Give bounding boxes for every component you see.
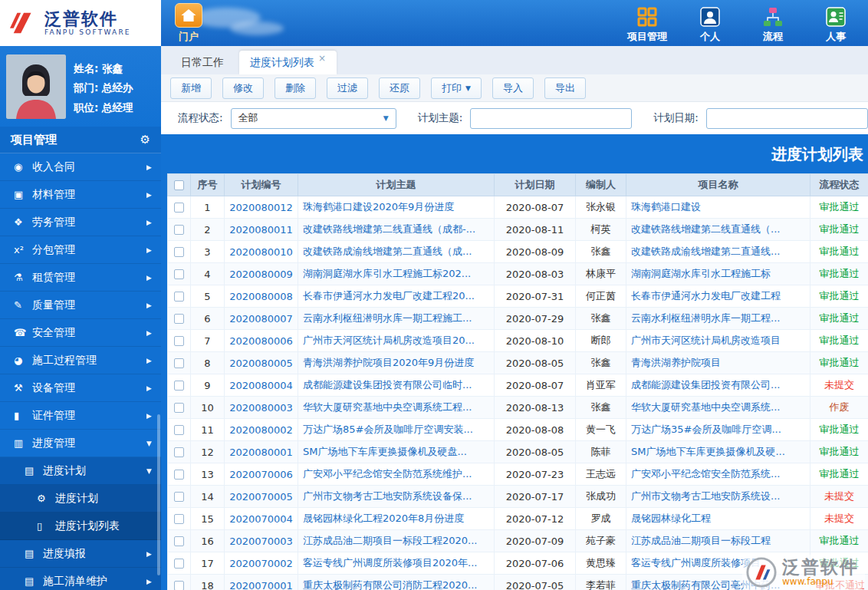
- row-checkbox[interactable]: [174, 225, 184, 235]
- row-checkbox[interactable]: [174, 247, 184, 257]
- table-row[interactable]: 2 2020080011 改建铁路线增建第二线直通线（成都-... 2020-0…: [168, 219, 868, 241]
- sidebar-menu-item[interactable]: ▤ 进度计划 ▼: [0, 457, 161, 485]
- row-checkbox[interactable]: [174, 269, 184, 279]
- table-row[interactable]: 5 2020080008 长春市伊通河水力发电厂改建工程20... 2020-0…: [168, 285, 868, 308]
- plan-code-link[interactable]: 2020070005: [225, 486, 298, 508]
- row-checkbox[interactable]: [174, 358, 184, 368]
- project-name-link[interactable]: 重庆太极制药有限公司亳州中药...: [626, 575, 810, 590]
- plan-topic-link[interactable]: 云南水利枢纽潜明水库一期工程施工...: [298, 308, 495, 330]
- plan-code-link[interactable]: 2020080004: [225, 374, 298, 397]
- sidebar-menu-item[interactable]: ▤ 施工清单维护 ▶: [0, 568, 161, 590]
- plan-code-link[interactable]: 2020080006: [225, 330, 298, 352]
- sidebar-menu-item[interactable]: ❖ 劳务管理 ▶: [0, 209, 161, 236]
- table-row[interactable]: 1 2020080012 珠海鹤港口建设2020年9月份进度 2020-08-0…: [168, 196, 868, 219]
- plan-topic-link[interactable]: 改建铁路成渝线增建第二直通线（成...: [298, 241, 495, 263]
- plan-code-link[interactable]: 2020080007: [225, 308, 298, 330]
- project-name-link[interactable]: 改建铁路成渝线增建第二直通线...: [626, 241, 810, 263]
- table-row[interactable]: 15 2020070004 晟铭园林绿化工程2020年8月份进度 2020-07…: [168, 508, 868, 530]
- column-header[interactable]: 计划主题: [298, 174, 495, 196]
- plan-topic-link[interactable]: 广安邓小平纪念馆安全防范系统维护...: [298, 463, 495, 486]
- portal-nav-item[interactable]: 门户: [170, 3, 207, 44]
- status-filter-select[interactable]: 全部 ▼: [231, 108, 396, 129]
- sidebar-menu-item[interactable]: x² 分包管理 ▶: [0, 236, 161, 264]
- gear-icon[interactable]: ⚙: [140, 133, 150, 147]
- table-row[interactable]: 6 2020080007 云南水利枢纽潜明水库一期工程施工... 2020-07…: [168, 308, 868, 330]
- plan-code-link[interactable]: 2020070004: [225, 508, 298, 530]
- plan-topic-link[interactable]: 万达广场85#会所及咖啡厅空调安装...: [298, 419, 495, 441]
- plan-topic-link[interactable]: 青海洪湖养护院项目2020年9月份进度: [298, 352, 495, 374]
- sidebar-menu-item[interactable]: ▯ 进度计划列表: [0, 513, 161, 540]
- tab[interactable]: 进度计划列表×: [239, 51, 337, 74]
- plan-topic-link[interactable]: 广州市文物考古工地安防系统设备保...: [298, 486, 495, 508]
- toolbar-button[interactable]: 打印 ▼: [431, 77, 482, 99]
- row-checkbox[interactable]: [174, 425, 184, 435]
- row-checkbox[interactable]: [174, 559, 184, 569]
- table-row[interactable]: 10 2020080003 华软大厦研究基地中央空调系统工程... 2020-0…: [168, 397, 868, 419]
- plan-code-link[interactable]: 2020080011: [225, 219, 298, 241]
- plan-topic-link[interactable]: 广州市天河区统计局机房改造项目20...: [298, 330, 495, 352]
- sidebar-menu-item[interactable]: ▣ 材料管理 ▶: [0, 181, 161, 209]
- column-header[interactable]: 序号: [191, 174, 225, 196]
- plan-code-link[interactable]: 2020080009: [225, 263, 298, 285]
- project-name-link[interactable]: 客运专线广州调度所装修项目: [626, 552, 810, 575]
- sidebar-menu-item[interactable]: ▥ 进度管理 ▼: [0, 430, 161, 457]
- project-name-link[interactable]: 广安邓小平纪念馆安全防范系统...: [626, 463, 810, 486]
- plan-code-link[interactable]: 2020080002: [225, 419, 298, 441]
- topic-filter-input[interactable]: [470, 108, 632, 129]
- project-name-link[interactable]: 湖南洞庭湖水库引水工程施工标: [626, 263, 810, 285]
- table-row[interactable]: 13 2020070006 广安邓小平纪念馆安全防范系统维护... 2020-0…: [168, 463, 868, 486]
- nav-item-personal[interactable]: 个人: [687, 5, 733, 44]
- sidebar-menu-item[interactable]: ⚗ 租赁管理 ▶: [0, 264, 161, 292]
- plan-topic-link[interactable]: 客运专线广州调度所装修项目2020年...: [298, 552, 495, 575]
- table-row[interactable]: 8 2020080005 青海洪湖养护院项目2020年9月份进度 2020-08…: [168, 352, 868, 374]
- date-filter-input[interactable]: [706, 108, 868, 129]
- plan-topic-link[interactable]: SM广场地下车库更换摄像机及硬盘...: [298, 441, 495, 463]
- column-header[interactable]: 编制人: [576, 174, 626, 196]
- plan-topic-link[interactable]: 江苏成品油二期项目一标段工程2020...: [298, 530, 495, 552]
- table-row[interactable]: 3 2020080010 改建铁路成渝线增建第二直通线（成... 2020-08…: [168, 241, 868, 263]
- project-name-link[interactable]: 珠海鹤港口建设: [626, 196, 810, 219]
- sidebar-menu-item[interactable]: ◕ 施工过程管理 ▶: [0, 347, 161, 374]
- sidebar-menu-item[interactable]: ▤ 进度填报 ▶: [0, 540, 161, 568]
- toolbar-button[interactable]: 修改: [222, 77, 264, 99]
- sidebar-menu-item[interactable]: ⚙ 进度计划: [0, 485, 161, 513]
- row-checkbox[interactable]: [174, 314, 184, 324]
- plan-code-link[interactable]: 2020080003: [225, 397, 298, 419]
- table-row[interactable]: 11 2020080002 万达广场85#会所及咖啡厅空调安装... 2020-…: [168, 419, 868, 441]
- plan-code-link[interactable]: 2020070006: [225, 463, 298, 486]
- toolbar-button[interactable]: 导入: [492, 77, 534, 99]
- sidebar-menu-item[interactable]: ▮ 证件管理 ▶: [0, 402, 161, 430]
- tab[interactable]: 日常工作: [170, 51, 235, 74]
- plan-code-link[interactable]: 2020070002: [225, 552, 298, 575]
- row-checkbox[interactable]: [174, 336, 184, 346]
- row-checkbox[interactable]: [174, 403, 184, 413]
- table-row[interactable]: 12 2020080001 SM广场地下车库更换摄像机及硬盘... 2020-0…: [168, 441, 868, 463]
- plan-topic-link[interactable]: 改建铁路线增建第二线直通线（成都-...: [298, 219, 495, 241]
- toolbar-button[interactable]: 删除: [275, 77, 316, 99]
- plan-code-link[interactable]: 2020080001: [225, 441, 298, 463]
- table-row[interactable]: 18 2020070001 重庆太极制药有限公司消防工程2020... 2020…: [168, 575, 868, 590]
- plan-code-link[interactable]: 2020080012: [225, 196, 298, 219]
- table-row[interactable]: 4 2020080009 湖南洞庭湖水库引水工程施工标202... 2020-0…: [168, 263, 868, 285]
- plan-topic-link[interactable]: 重庆太极制药有限公司消防工程2020...: [298, 575, 495, 590]
- sidebar-menu-item[interactable]: ⚒ 设备管理 ▶: [0, 374, 161, 402]
- project-name-link[interactable]: 改建铁路线增建第二线直通线（...: [626, 219, 810, 241]
- table-row[interactable]: 17 2020070002 客运专线广州调度所装修项目2020年... 2020…: [168, 552, 868, 575]
- toolbar-button[interactable]: 导出: [544, 77, 586, 99]
- plan-topic-link[interactable]: 成都能源建设集团投资有限公司临时...: [298, 374, 495, 397]
- project-name-link[interactable]: 成都能源建设集团投资有限公司...: [626, 374, 810, 397]
- toolbar-button[interactable]: 过滤: [327, 77, 368, 99]
- row-checkbox[interactable]: [174, 581, 184, 590]
- row-checkbox[interactable]: [174, 203, 184, 213]
- row-checkbox[interactable]: [174, 292, 184, 302]
- column-header[interactable]: 流程状态: [810, 174, 868, 196]
- project-name-link[interactable]: 青海洪湖养护院项目: [626, 352, 810, 374]
- table-row[interactable]: 9 2020080004 成都能源建设集团投资有限公司临时... 2020-08…: [168, 374, 868, 397]
- project-name-link[interactable]: 广州市天河区统计局机房改造项目: [626, 330, 810, 352]
- plan-topic-link[interactable]: 珠海鹤港口建设2020年9月份进度: [298, 196, 495, 219]
- row-checkbox[interactable]: [174, 492, 184, 502]
- project-name-link[interactable]: 云南水利枢纽潜明水库一期工程...: [626, 308, 810, 330]
- project-name-link[interactable]: SM广场地下车库更换摄像机及硬...: [626, 441, 810, 463]
- project-name-link[interactable]: 晟铭园林绿化工程: [626, 508, 810, 530]
- sidebar-menu-item[interactable]: ✎ 质量管理 ▶: [0, 292, 161, 319]
